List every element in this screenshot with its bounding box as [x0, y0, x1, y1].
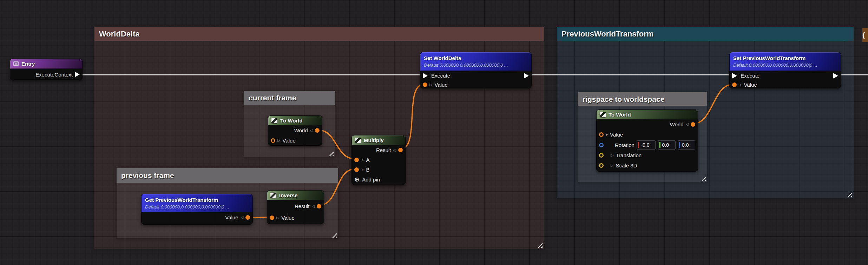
- scale3d-input-pin[interactable]: [599, 163, 604, 168]
- comment-title: previous frame: [121, 171, 174, 180]
- node-title: To World: [280, 118, 303, 124]
- expand-arrow-icon[interactable]: ▷: [611, 164, 613, 167]
- world-output-pin[interactable]: [691, 122, 695, 127]
- add-pin-button[interactable]: ⊕ Add pin: [352, 174, 405, 184]
- add-pin-icon: ⊕: [354, 177, 359, 183]
- rotation-input-pin[interactable]: [599, 143, 604, 147]
- pin-label: Result: [295, 203, 310, 209]
- node-inverse[interactable]: Inverse Result ◁ ▷ Value: [267, 190, 324, 224]
- comment-resize-handle[interactable]: [328, 151, 334, 156]
- node-subtitle: Default 0.000000,0.000000,0.000000|0 ...: [733, 62, 837, 69]
- value-input-pin[interactable]: [732, 82, 737, 87]
- pin-label: Result: [376, 147, 391, 153]
- node-title: Multiply: [364, 137, 384, 143]
- pin-label: Value: [282, 138, 295, 144]
- comment-title: WorldDelta: [99, 29, 140, 39]
- comment-previous-world-transform-header[interactable]: PreviousWorldTransform: [557, 27, 854, 41]
- pin-label: World: [670, 121, 684, 127]
- rotation-x-field[interactable]: -0.0: [637, 140, 656, 150]
- value-output-pin[interactable]: [245, 215, 250, 220]
- exec-input-pin[interactable]: [732, 73, 737, 79]
- expand-arrow-icon[interactable]: ▷: [739, 83, 742, 87]
- collapse-arrow-icon[interactable]: ◁: [312, 204, 315, 208]
- expand-arrow-icon[interactable]: ▷: [361, 158, 364, 162]
- node-set-worlddelta[interactable]: Set WorldDelta Default 0.000000,0.000000…: [420, 52, 532, 88]
- comment-resize-handle[interactable]: [846, 192, 852, 197]
- comment-title: rigspace to worldspace: [583, 95, 664, 104]
- comment-world-delta-header[interactable]: WorldDelta: [94, 27, 544, 41]
- rotation-z-field[interactable]: 0.0: [678, 140, 695, 150]
- result-output-pin[interactable]: [317, 204, 321, 208]
- node-title: Inverse: [279, 192, 298, 198]
- y-accent: [659, 142, 660, 148]
- expand-arrow-icon[interactable]: ▷: [276, 216, 279, 220]
- node-title: Set WorldDelta: [424, 54, 528, 62]
- node-title: To World: [609, 112, 631, 118]
- exec-output-pin[interactable]: [75, 72, 80, 77]
- collapse-arrow-icon[interactable]: ◁: [686, 122, 689, 126]
- collapse-arrow-icon[interactable]: ◁: [241, 216, 243, 219]
- pin-label: Translation: [616, 152, 642, 158]
- comment-resize-handle[interactable]: [700, 176, 706, 181]
- pin-label: World: [294, 127, 308, 133]
- expand-arrow-icon[interactable]: ▷: [429, 83, 432, 87]
- result-output-pin[interactable]: [398, 148, 403, 152]
- z-accent: [679, 142, 680, 148]
- pin-label: Value: [225, 214, 238, 220]
- comment-rigspace-to-worldspace-header[interactable]: rigspace to worldspace: [578, 92, 707, 106]
- pin-label: B: [366, 167, 369, 173]
- value-input-pin[interactable]: [599, 132, 604, 137]
- node-get-previousworldtransform[interactable]: Get PreviousWorldTransform Default 0.000…: [141, 194, 253, 225]
- expand-arrow-icon[interactable]: ▷: [277, 139, 280, 143]
- pin-label: Value: [281, 215, 294, 221]
- comment-resize-handle[interactable]: [331, 232, 337, 238]
- pin-label: Scale 3D: [616, 163, 637, 168]
- comment-title: (: [862, 31, 865, 39]
- pin-label: Execute: [741, 73, 760, 79]
- pin-label: Value: [434, 82, 447, 88]
- exec-output-pin[interactable]: [524, 73, 529, 79]
- node-title: Set PreviousWorldTransform: [733, 54, 837, 62]
- comment-resize-handle[interactable]: [537, 243, 542, 248]
- world-output-pin[interactable]: [315, 128, 320, 133]
- pin-label: Rotation: [615, 142, 634, 148]
- pin-label: Execute: [431, 73, 450, 79]
- node-to-world-rigspace[interactable]: To World World ◁ ▾ Value Rotation -0.0 0…: [596, 110, 698, 172]
- add-pin-label: Add pin: [362, 177, 380, 183]
- comment-current-frame-header[interactable]: current frame: [244, 91, 335, 105]
- exec-input-pin[interactable]: [423, 73, 428, 79]
- b-input-pin[interactable]: [354, 167, 359, 172]
- rig-function-icon: [355, 138, 361, 143]
- a-input-pin[interactable]: [354, 158, 359, 162]
- x-accent: [638, 142, 639, 148]
- value-input-pin[interactable]: [271, 138, 275, 143]
- expand-arrow-icon[interactable]: ▷: [611, 153, 613, 157]
- value-input-pin[interactable]: [270, 216, 274, 220]
- pin-label: ExecuteContext: [35, 72, 73, 78]
- node-multiply[interactable]: Multiply Result ◁ ▷ A ▷ B ⊕ Add pin: [351, 135, 406, 185]
- entry-icon: [13, 61, 19, 66]
- comment-previous-frame-header[interactable]: previous frame: [117, 168, 338, 183]
- rotation-y-field[interactable]: 0.0: [658, 140, 675, 150]
- node-subtitle: Default 0.000000,0.000000,0.000000|0 ...: [145, 204, 249, 211]
- translation-input-pin[interactable]: [599, 153, 604, 158]
- collapse-arrow-icon[interactable]: ◁: [393, 148, 396, 152]
- pin-label: Value: [610, 132, 623, 138]
- rig-function-icon: [270, 193, 276, 198]
- rig-function-icon: [271, 118, 277, 123]
- node-to-world-current[interactable]: To World World ◁ ▷ Value: [268, 115, 322, 146]
- collapse-expanded-icon[interactable]: ▾: [606, 133, 608, 137]
- node-set-previousworldtransform[interactable]: Set PreviousWorldTransform Default 0.000…: [729, 52, 841, 88]
- pin-label: Value: [744, 82, 757, 88]
- node-title: Get PreviousWorldTransform: [145, 196, 249, 204]
- rig-function-icon: [600, 112, 606, 117]
- node-entry[interactable]: Entry ExecuteContext: [10, 59, 83, 80]
- exec-output-pin[interactable]: [833, 73, 838, 79]
- comment-title: PreviousWorldTransform: [561, 29, 653, 39]
- expand-arrow-icon[interactable]: ▷: [361, 168, 364, 172]
- collapse-arrow-icon[interactable]: ◁: [310, 128, 313, 132]
- comment-clipped-right-header[interactable]: (: [862, 28, 868, 42]
- comment-title: current frame: [249, 94, 296, 102]
- graph-canvas[interactable]: WorldDelta PreviousWorldTransform curren…: [0, 0, 868, 265]
- value-input-pin[interactable]: [423, 82, 427, 87]
